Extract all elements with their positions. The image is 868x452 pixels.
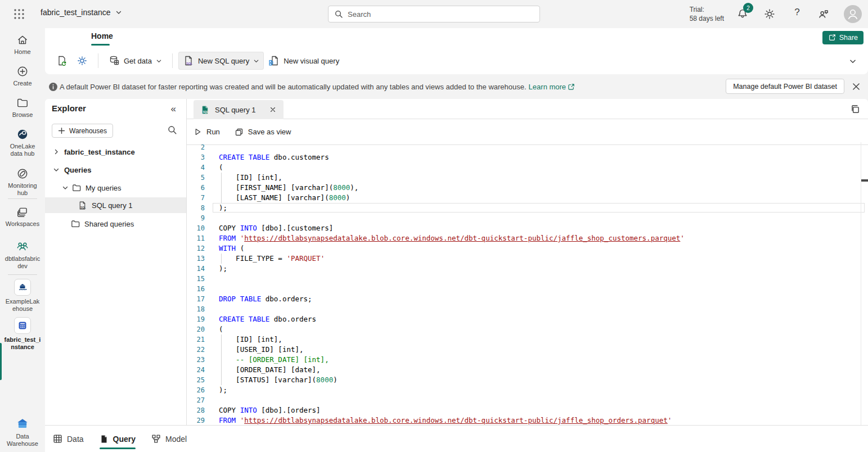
tree-item-queries[interactable]: Queries <box>45 162 186 178</box>
app-launcher-icon[interactable] <box>12 7 26 21</box>
indent-guide <box>221 365 222 375</box>
code-line-17[interactable]: 17DROP TABLE dbo.orders; <box>187 294 868 304</box>
copy-button[interactable] <box>850 104 860 114</box>
code-line-28[interactable]: 28COPY INTO [dbo].[orders] <box>187 405 868 415</box>
get-data-button[interactable]: Get data <box>104 52 167 70</box>
run-icon <box>194 128 202 136</box>
code-text: CREATE TABLE dbo.customers <box>219 152 329 162</box>
collapse-explorer-icon[interactable]: « <box>171 103 176 115</box>
help-button[interactable]: ? <box>791 7 803 19</box>
tab-query[interactable]: Query <box>100 426 136 452</box>
line-number: 17 <box>187 294 205 304</box>
line-number: 14 <box>187 264 205 274</box>
manage-dataset-button[interactable]: Manage default Power BI dataset <box>726 79 844 94</box>
sql-file-icon: SQL <box>200 105 210 115</box>
code-line-22[interactable]: 22 [USER_ID] [int], <box>187 345 868 355</box>
code-line-21[interactable]: 21 [ID] [int], <box>187 335 868 345</box>
people-icon <box>16 239 29 253</box>
code-line-23[interactable]: 23 -- [ORDER_DATE] [int], <box>187 355 868 365</box>
learn-more-link[interactable]: Learn more <box>529 83 575 91</box>
code-line-13[interactable]: 13 FILE_TYPE = 'PARQUET' <box>187 254 868 264</box>
code-line-14[interactable]: 14); <box>187 264 868 274</box>
explorer-search-icon[interactable] <box>167 125 177 135</box>
code-line-24[interactable]: 24 [ORDER_DATE] [date], <box>187 365 868 375</box>
lakehouse-icon <box>14 279 31 296</box>
code-line-16[interactable]: 16 <box>187 284 868 294</box>
nav-item-examplelakehouse[interactable]: ExampleLakehouse <box>0 279 45 313</box>
tree-item-sql-query-1[interactable]: SQL SQL query 1 <box>45 197 186 213</box>
ribbon-divider <box>98 53 98 68</box>
line-number: 5 <box>187 173 205 183</box>
save-as-view-button[interactable]: Save as view <box>235 128 291 137</box>
feedback-button[interactable] <box>817 8 830 20</box>
code-text: [STATUS] [varchar](8000) <box>219 375 338 385</box>
editor-scrollbar[interactable] <box>861 142 861 425</box>
code-line-11[interactable]: 11FROM 'https://dbtlabsynapsedatalake.bl… <box>187 233 868 243</box>
code-line-15[interactable]: 15 <box>187 274 868 284</box>
code-text: [LAST_NAME] [varchar](8000) <box>219 193 350 203</box>
nav-item-data-warehouse[interactable]: Data Warehouse <box>0 417 45 448</box>
bottom-tab-bar: Data Query Model <box>45 425 868 452</box>
code-line-18[interactable]: 18 <box>187 304 868 314</box>
workspace-switcher[interactable]: fabric_test_instance <box>41 8 122 17</box>
new-visual-query-button[interactable]: New visual query <box>264 52 344 70</box>
line-number: 6 <box>187 183 205 193</box>
folder-icon <box>71 219 80 228</box>
nav-item-fabric-test-instance[interactable]: fabric_test_instance <box>0 317 45 351</box>
tree-item-warehouse[interactable]: fabric_test_instance <box>45 144 186 160</box>
line-number: 8 <box>187 203 205 213</box>
ribbon-toolbar: Get data SQL New SQL query New visual qu… <box>45 47 868 74</box>
code-text: -- [ORDER_DATE] [int], <box>219 355 329 365</box>
nav-item-dbtlabsfabricdev[interactable]: dbtlabsfabricdev <box>0 239 45 270</box>
add-warehouses-button[interactable]: Warehouses <box>52 124 113 138</box>
tree-item-my-queries[interactable]: My queries <box>45 180 186 196</box>
close-tab-icon[interactable] <box>269 106 277 114</box>
code-line-26[interactable]: 26); <box>187 385 868 395</box>
ribbon-divider <box>172 53 173 68</box>
nav-item-create[interactable]: Create <box>0 65 45 87</box>
code-line-25[interactable]: 25 [STATUS] [varchar](8000) <box>187 375 868 385</box>
code-line-20[interactable]: 20( <box>187 324 868 335</box>
notification-badge: 2 <box>743 3 753 13</box>
code-line-12[interactable]: 12WITH ( <box>187 243 868 254</box>
nav-item-browse[interactable]: Browse <box>0 97 45 119</box>
global-search[interactable] <box>328 6 540 22</box>
code-line-27[interactable]: 27 <box>187 395 868 405</box>
banner-close-icon[interactable] <box>851 82 861 92</box>
account-avatar[interactable] <box>844 5 862 23</box>
search-input[interactable] <box>348 10 534 19</box>
line-number: 13 <box>187 254 205 264</box>
run-button[interactable]: Run <box>194 128 220 136</box>
new-sql-query-button[interactable]: SQL New SQL query <box>178 52 264 70</box>
tab-home[interactable]: Home <box>91 31 113 40</box>
code-text: CREATE TABLE dbo.orders <box>219 314 316 324</box>
editor-toolbar: Run Save as view <box>187 119 868 145</box>
nav-item-monitoring-hub[interactable]: Monitoring hub <box>0 168 45 197</box>
refresh-dataset-button[interactable] <box>52 52 72 70</box>
sql-code-editor[interactable]: 23CREATE TABLE dbo.customers4(5 [ID] [in… <box>187 142 868 425</box>
nav-item-home[interactable]: Home <box>0 34 45 56</box>
code-line-9[interactable]: 9 <box>187 213 868 223</box>
code-line-8[interactable]: 8); <box>187 203 868 213</box>
warehouse-settings-button[interactable] <box>72 52 92 70</box>
code-line-10[interactable]: 10COPY INTO [dbo].[customers] <box>187 223 868 233</box>
nav-item-workspaces[interactable]: Workspaces <box>0 206 45 228</box>
code-line-3[interactable]: 3CREATE TABLE dbo.customers <box>187 152 868 162</box>
tab-model[interactable]: Model <box>151 426 187 452</box>
code-line-29[interactable]: 29FROM 'https://dbtlabsynapsedatalake.bl… <box>187 415 868 425</box>
code-line-7[interactable]: 7 [LAST_NAME] [varchar](8000) <box>187 193 868 203</box>
collapse-ribbon-chevron[interactable] <box>849 57 857 65</box>
code-line-5[interactable]: 5 [ID] [int], <box>187 173 868 183</box>
code-line-2[interactable]: 2 <box>187 142 868 152</box>
code-text: [ID] [int], <box>219 173 282 183</box>
query-tab[interactable]: SQL SQL query 1 <box>194 100 284 119</box>
tab-data[interactable]: Data <box>53 426 84 452</box>
share-button[interactable]: Share <box>822 31 863 44</box>
code-line-4[interactable]: 4( <box>187 162 868 173</box>
tree-item-shared-queries[interactable]: Shared queries <box>45 216 186 232</box>
line-number: 29 <box>187 415 205 425</box>
settings-button[interactable] <box>763 8 776 20</box>
nav-item-onelake-data-hub[interactable]: OneLake data hub <box>0 128 45 157</box>
code-line-19[interactable]: 19CREATE TABLE dbo.orders <box>187 314 868 324</box>
code-line-6[interactable]: 6 [FIRST_NAME] [varchar](8000), <box>187 183 868 193</box>
